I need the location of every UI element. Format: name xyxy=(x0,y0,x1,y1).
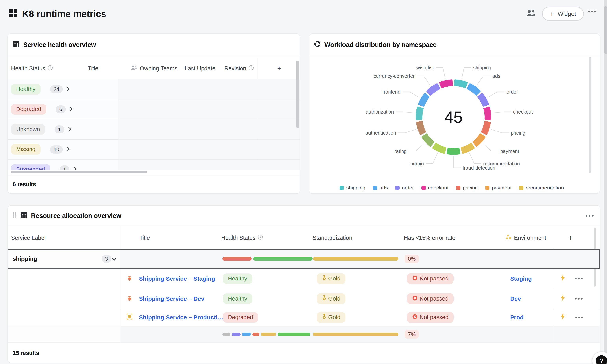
bar-segment xyxy=(232,333,241,336)
service-title-link[interactable]: Shipping Service – Staging xyxy=(139,275,215,282)
legend-item-recommendation[interactable]: recommendation xyxy=(519,185,564,191)
donut-segment-shipping[interactable] xyxy=(455,80,467,88)
row-more-menu-icon[interactable] xyxy=(575,317,583,318)
page-scrollbar-track[interactable] xyxy=(604,0,607,364)
donut-label-currency-converter: currency-converter xyxy=(373,73,414,79)
bar-segment xyxy=(313,257,398,261)
share-users-icon[interactable] xyxy=(526,9,536,19)
column-title[interactable]: Title xyxy=(139,235,150,241)
column-revision[interactable]: Revision xyxy=(224,65,254,72)
chevron-right-icon[interactable] xyxy=(73,166,77,170)
table-row[interactable]: Shipping Service – Staging Healthy Gold … xyxy=(8,269,600,289)
vertical-scrollbar-thumb[interactable] xyxy=(589,57,591,173)
page-more-menu-icon[interactable] xyxy=(588,11,596,12)
donut-segment-frontend[interactable] xyxy=(419,94,429,106)
group-row-shipping[interactable]: shipping 3 0% xyxy=(8,249,600,269)
donut-segment-payment[interactable] xyxy=(473,134,484,146)
donut-segment-currency-converter[interactable] xyxy=(427,84,439,95)
donut-segment-rating[interactable] xyxy=(422,134,434,146)
service-title-link[interactable]: Shipping Service – Producti… xyxy=(139,314,223,321)
info-icon[interactable] xyxy=(48,65,53,72)
page-scrollbar-thumb[interactable] xyxy=(605,6,607,54)
donut-segment-checkout[interactable] xyxy=(484,107,490,119)
group-label: shipping xyxy=(13,256,37,262)
add-column-button[interactable]: + xyxy=(277,64,281,73)
column-error-rate[interactable]: Has <15% error rate xyxy=(404,235,455,241)
column-health-status[interactable]: Health Status xyxy=(221,235,263,241)
lightning-action-icon[interactable] xyxy=(560,295,565,303)
table-row[interactable]: Missing 10 xyxy=(8,140,300,160)
bar-segment xyxy=(222,257,251,261)
chevron-right-icon[interactable] xyxy=(67,86,70,93)
donut-label-line xyxy=(462,68,471,79)
chevron-right-icon[interactable] xyxy=(70,106,73,113)
legend-item-payment[interactable]: payment xyxy=(485,185,511,191)
standardization-badge: Gold xyxy=(317,312,345,323)
row-more-menu-icon[interactable] xyxy=(575,278,583,279)
chart-legend: shippingadsordercheckoutpricingpaymentre… xyxy=(309,185,594,191)
legend-item-pricing[interactable]: pricing xyxy=(456,185,478,191)
donut-label-line xyxy=(426,153,438,164)
donut-segment-wish-list[interactable] xyxy=(440,80,452,88)
donut-segment-pricing[interactable] xyxy=(482,122,490,134)
column-owning-teams[interactable]: Owning Teams xyxy=(131,65,177,72)
cross-circle-icon xyxy=(412,314,418,321)
environment-link[interactable]: Staging xyxy=(510,275,532,282)
row-more-menu-icon[interactable] xyxy=(575,298,583,299)
donut-segment-authentication[interactable] xyxy=(417,122,425,134)
column-environment[interactable]: Environment xyxy=(506,235,546,241)
table-row[interactable]: Suspended 1 xyxy=(8,160,300,170)
column-health-status[interactable]: Health Status xyxy=(11,65,53,72)
environment-link[interactable]: Prod xyxy=(510,314,524,321)
donut-segment-ads[interactable] xyxy=(468,84,480,95)
table-row[interactable]: Healthy 24 xyxy=(8,79,300,99)
drag-handle-icon[interactable] xyxy=(13,212,17,220)
results-count: 15 results xyxy=(13,350,39,356)
legend-label: recommendation xyxy=(526,185,564,191)
legend-item-ads[interactable]: ads xyxy=(373,185,388,191)
chevron-right-icon[interactable] xyxy=(68,126,71,133)
donut-segment-order[interactable] xyxy=(478,94,488,106)
horizontal-scrollbar-thumb[interactable] xyxy=(11,171,147,173)
widget-title: Resource allocation overview xyxy=(31,212,121,220)
table-row[interactable]: Shipping Service – Producti… Degraded Go… xyxy=(8,309,600,326)
info-icon[interactable] xyxy=(258,235,263,241)
legend-swatch xyxy=(519,186,523,190)
plus-icon: + xyxy=(550,10,554,17)
chevron-right-icon[interactable] xyxy=(67,146,70,153)
service-title-link[interactable]: Shipping Service – Dev xyxy=(139,295,204,302)
dashboard-icon xyxy=(8,8,18,20)
column-service-label[interactable]: Service Label xyxy=(11,235,46,241)
table-row[interactable]: Degraded 6 xyxy=(8,99,300,119)
legend-item-shipping[interactable]: shipping xyxy=(340,185,365,191)
donut-label-wish-list: wish-list xyxy=(416,65,434,70)
lightning-action-icon[interactable] xyxy=(560,313,565,322)
health-status-badge: Healthy xyxy=(223,293,252,304)
table-row[interactable]: Unknown 1 xyxy=(8,119,300,140)
vertical-scrollbar-thumb[interactable] xyxy=(296,61,299,128)
info-icon[interactable] xyxy=(248,65,254,72)
column-title[interactable]: Title xyxy=(88,65,98,72)
group-summary-row[interactable]: 7% xyxy=(8,326,600,343)
environment-link[interactable]: Dev xyxy=(510,295,521,302)
donut-label-rating: rating xyxy=(394,148,407,154)
donut-segment-authorization[interactable] xyxy=(416,107,423,119)
table-icon xyxy=(13,41,20,49)
widget-more-menu-icon[interactable] xyxy=(586,215,593,217)
donut-segment-fraud-detection[interactable] xyxy=(447,149,459,154)
donut-segment-recommendation[interactable] xyxy=(462,144,474,153)
legend-item-checkout[interactable]: checkout xyxy=(421,185,449,191)
table-row[interactable]: Shipping Service – Dev Healthy Gold Not … xyxy=(8,289,600,309)
column-last-update[interactable]: Last Update xyxy=(185,65,215,72)
donut-label-admin: admin xyxy=(410,161,424,166)
column-standardization[interactable]: Standardization xyxy=(313,235,352,241)
donut-label-line xyxy=(493,112,511,113)
donut-segment-admin[interactable] xyxy=(433,144,446,153)
cross-circle-icon xyxy=(412,275,418,282)
chevron-down-icon[interactable] xyxy=(112,255,117,263)
page-title: K8 runtime metrics xyxy=(22,8,106,19)
add-column-button[interactable]: + xyxy=(568,234,573,242)
add-widget-button[interactable]: + Widget xyxy=(542,7,584,21)
legend-item-order[interactable]: order xyxy=(395,185,414,191)
lightning-action-icon[interactable] xyxy=(560,274,565,283)
